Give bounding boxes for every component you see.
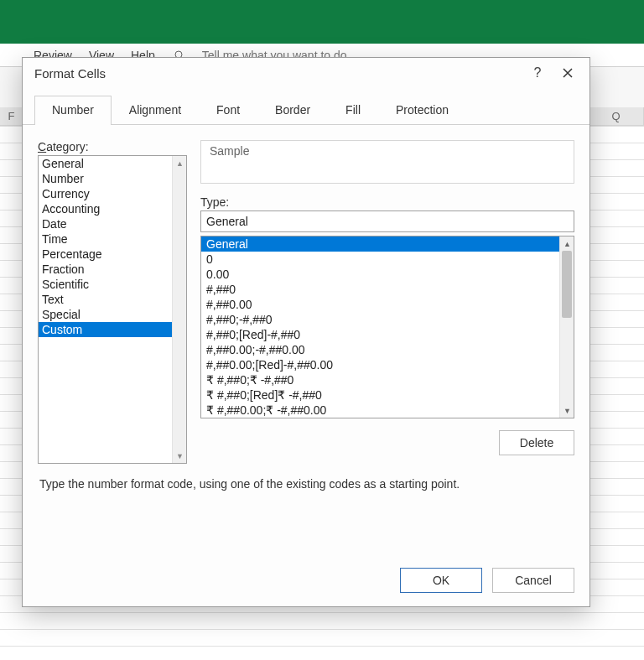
close-icon (563, 68, 573, 78)
ok-button[interactable]: OK (400, 568, 482, 593)
excel-ribbon (0, 0, 644, 44)
chevron-down-icon[interactable]: ▼ (173, 449, 187, 463)
category-list[interactable]: GeneralNumberCurrencyAccountingDateTimeP… (38, 155, 187, 464)
type-item[interactable]: ₹ #,##0;[Red]₹ -#,##0 (201, 387, 559, 403)
category-item[interactable]: Fraction (39, 262, 172, 277)
scrollbar[interactable]: ▲ ▼ (559, 236, 574, 418)
category-item[interactable]: Text (39, 292, 172, 307)
category-item[interactable]: General (39, 156, 172, 171)
scrollbar[interactable]: ▲ ▼ (172, 156, 186, 463)
type-item[interactable]: #,##0 (201, 282, 559, 297)
category-item[interactable]: Date (39, 216, 172, 231)
category-label: Category: (38, 140, 187, 153)
type-item[interactable]: #,##0;-#,##0 (201, 312, 559, 327)
type-item[interactable]: #,##0.00;-#,##0.00 (201, 342, 559, 357)
category-item[interactable]: Number (39, 171, 172, 186)
category-item[interactable]: Special (39, 307, 172, 322)
category-item[interactable]: Percentage (39, 247, 172, 262)
chevron-up-icon[interactable]: ▲ (173, 156, 187, 170)
tab-font[interactable]: Font (199, 96, 257, 125)
help-button[interactable]: ? (522, 65, 553, 81)
sample-label: Sample (210, 144, 249, 158)
type-item[interactable]: General (201, 236, 559, 252)
type-item[interactable]: ₹ #,##0;₹ -#,##0 (201, 372, 559, 387)
tab-number[interactable]: Number (34, 96, 112, 125)
col-label[interactable]: F (0, 107, 23, 125)
type-label: Type: (200, 195, 574, 209)
tab-protection[interactable]: Protection (378, 96, 466, 125)
delete-button[interactable]: Delete (499, 430, 574, 455)
description-text: Type the number format code, using one o… (23, 472, 589, 491)
dialog-footer: OK Cancel (23, 556, 589, 606)
scrollbar-thumb[interactable] (562, 251, 572, 318)
type-item[interactable]: #,##0;[Red]-#,##0 (201, 327, 559, 342)
col-label[interactable]: Q (589, 107, 644, 125)
type-item[interactable]: #,##0.00;[Red]-#,##0.00 (201, 357, 559, 372)
tab-border[interactable]: Border (257, 96, 328, 125)
tab-alignment[interactable]: Alignment (112, 96, 199, 125)
type-item[interactable]: ₹ #,##0.00;₹ -#,##0.00 (201, 403, 559, 418)
type-item[interactable]: 0 (201, 252, 559, 267)
category-item[interactable]: Scientific (39, 277, 172, 292)
tab-fill[interactable]: Fill (328, 96, 378, 125)
format-cells-dialog: Format Cells ? Number Alignment Font Bor… (22, 57, 590, 607)
category-item[interactable]: Accounting (39, 201, 172, 216)
type-item[interactable]: #,##0.00 (201, 297, 559, 312)
type-item[interactable]: 0.00 (201, 267, 559, 282)
type-list[interactable]: General00.00#,##0#,##0.00#,##0;-#,##0#,#… (200, 236, 574, 418)
category-item[interactable]: Currency (39, 186, 172, 201)
dialog-tabs: Number Alignment Font Border Fill Protec… (23, 95, 589, 125)
close-button[interactable] (553, 66, 583, 81)
dialog-title: Format Cells (34, 66, 106, 81)
category-item[interactable]: Custom (39, 322, 172, 337)
cancel-button[interactable]: Cancel (492, 568, 574, 593)
chevron-up-icon[interactable]: ▲ (560, 236, 574, 251)
category-item[interactable]: Time (39, 231, 172, 247)
sample-box: Sample (200, 140, 574, 184)
dialog-titlebar: Format Cells ? (23, 58, 589, 88)
type-input[interactable]: General (200, 210, 574, 232)
chevron-down-icon[interactable]: ▼ (560, 403, 574, 418)
